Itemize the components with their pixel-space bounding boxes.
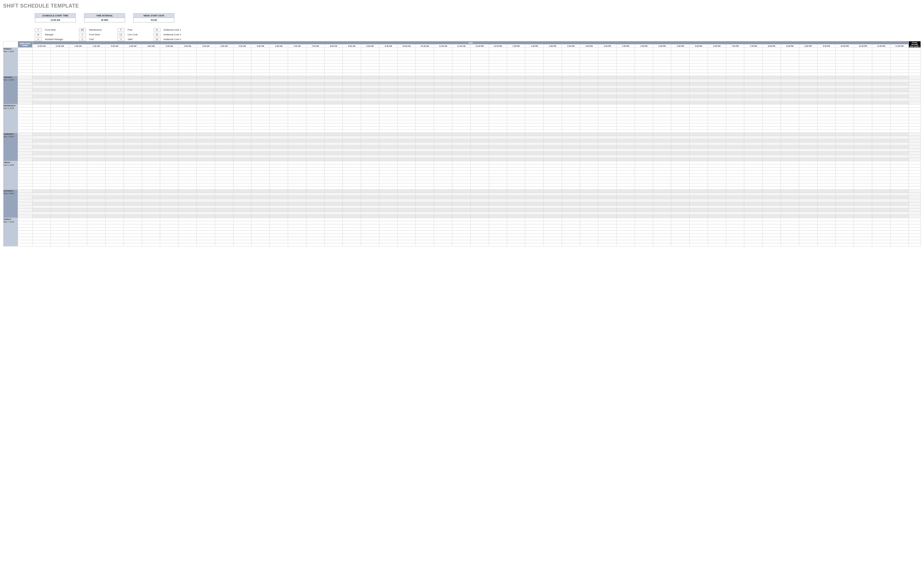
schedule-cell[interactable] bbox=[288, 114, 306, 117]
schedule-cell[interactable] bbox=[854, 117, 872, 120]
schedule-cell[interactable] bbox=[215, 145, 233, 149]
schedule-cell[interactable] bbox=[306, 105, 324, 108]
schedule-cell[interactable] bbox=[671, 136, 690, 139]
schedule-cell[interactable] bbox=[452, 234, 470, 237]
schedule-cell[interactable] bbox=[142, 60, 160, 63]
schedule-cell[interactable] bbox=[288, 76, 306, 79]
schedule-cell[interactable] bbox=[452, 108, 470, 111]
schedule-cell[interactable] bbox=[51, 48, 69, 51]
schedule-cell[interactable] bbox=[836, 196, 854, 199]
schedule-cell[interactable] bbox=[452, 202, 470, 205]
schedule-cell[interactable] bbox=[525, 205, 544, 209]
schedule-cell[interactable] bbox=[653, 174, 671, 177]
schedule-cell[interactable] bbox=[708, 123, 726, 127]
schedule-cell[interactable] bbox=[653, 180, 671, 183]
schedule-cell[interactable] bbox=[562, 164, 580, 167]
schedule-cell[interactable] bbox=[890, 209, 909, 212]
schedule-cell[interactable] bbox=[69, 108, 87, 111]
schedule-cell[interactable] bbox=[270, 111, 288, 114]
schedule-cell[interactable] bbox=[33, 218, 51, 221]
schedule-cell[interactable] bbox=[87, 57, 105, 60]
schedule-cell[interactable] bbox=[580, 243, 598, 247]
schedule-cell[interactable] bbox=[763, 67, 781, 70]
schedule-cell[interactable] bbox=[543, 164, 562, 167]
schedule-cell[interactable] bbox=[470, 130, 489, 133]
schedule-cell[interactable] bbox=[890, 202, 909, 205]
schedule-cell[interactable] bbox=[233, 161, 252, 164]
schedule-cell[interactable] bbox=[470, 240, 489, 243]
schedule-cell[interactable] bbox=[233, 117, 252, 120]
schedule-cell[interactable] bbox=[872, 98, 890, 101]
schedule-cell[interactable] bbox=[744, 180, 763, 183]
schedule-cell[interactable] bbox=[87, 215, 105, 218]
schedule-cell[interactable] bbox=[215, 224, 233, 227]
schedule-cell[interactable] bbox=[890, 51, 909, 54]
schedule-cell[interactable] bbox=[598, 180, 616, 183]
schedule-cell[interactable] bbox=[562, 136, 580, 139]
employee-cell[interactable] bbox=[18, 79, 33, 82]
schedule-cell[interactable] bbox=[215, 92, 233, 95]
schedule-cell[interactable] bbox=[543, 57, 562, 60]
schedule-cell[interactable] bbox=[142, 199, 160, 202]
schedule-cell[interactable] bbox=[123, 231, 142, 234]
schedule-cell[interactable] bbox=[489, 51, 507, 54]
schedule-cell[interactable] bbox=[470, 155, 489, 158]
schedule-cell[interactable] bbox=[252, 237, 270, 240]
schedule-cell[interactable] bbox=[270, 234, 288, 237]
schedule-cell[interactable] bbox=[452, 161, 470, 164]
schedule-cell[interactable] bbox=[178, 101, 197, 105]
schedule-cell[interactable] bbox=[690, 101, 708, 105]
schedule-cell[interactable] bbox=[416, 234, 434, 237]
schedule-cell[interactable] bbox=[270, 243, 288, 247]
schedule-cell[interactable] bbox=[817, 111, 836, 114]
schedule-cell[interactable] bbox=[690, 92, 708, 95]
schedule-cell[interactable] bbox=[489, 82, 507, 85]
schedule-cell[interactable] bbox=[288, 202, 306, 205]
schedule-cell[interactable] bbox=[580, 120, 598, 123]
schedule-cell[interactable] bbox=[306, 130, 324, 133]
schedule-cell[interactable] bbox=[854, 92, 872, 95]
schedule-cell[interactable] bbox=[580, 108, 598, 111]
schedule-cell[interactable] bbox=[598, 117, 616, 120]
schedule-cell[interactable] bbox=[233, 73, 252, 76]
schedule-cell[interactable] bbox=[726, 54, 744, 57]
schedule-cell[interactable] bbox=[215, 73, 233, 76]
schedule-cell[interactable] bbox=[288, 224, 306, 227]
schedule-cell[interactable] bbox=[215, 127, 233, 130]
schedule-cell[interactable] bbox=[543, 158, 562, 161]
schedule-cell[interactable] bbox=[854, 193, 872, 196]
schedule-cell[interactable] bbox=[470, 82, 489, 85]
employee-cell[interactable] bbox=[18, 205, 33, 209]
schedule-cell[interactable] bbox=[215, 117, 233, 120]
schedule-cell[interactable] bbox=[616, 101, 635, 105]
schedule-cell[interactable] bbox=[580, 136, 598, 139]
schedule-cell[interactable] bbox=[763, 240, 781, 243]
schedule-cell[interactable] bbox=[142, 243, 160, 247]
employee-cell[interactable] bbox=[18, 101, 33, 105]
schedule-cell[interactable] bbox=[343, 67, 361, 70]
schedule-cell[interactable] bbox=[671, 101, 690, 105]
schedule-cell[interactable] bbox=[708, 240, 726, 243]
schedule-cell[interactable] bbox=[123, 155, 142, 158]
schedule-cell[interactable] bbox=[215, 167, 233, 171]
schedule-cell[interactable] bbox=[69, 82, 87, 85]
schedule-cell[interactable] bbox=[160, 60, 178, 63]
schedule-cell[interactable] bbox=[416, 98, 434, 101]
schedule-cell[interactable] bbox=[361, 127, 380, 130]
schedule-cell[interactable] bbox=[160, 79, 178, 82]
schedule-cell[interactable] bbox=[343, 152, 361, 155]
schedule-cell[interactable] bbox=[836, 237, 854, 240]
schedule-cell[interactable] bbox=[489, 105, 507, 108]
schedule-cell[interactable] bbox=[836, 180, 854, 183]
schedule-cell[interactable] bbox=[434, 202, 452, 205]
schedule-cell[interactable] bbox=[434, 73, 452, 76]
schedule-cell[interactable] bbox=[33, 145, 51, 149]
schedule-cell[interactable] bbox=[398, 111, 416, 114]
schedule-cell[interactable] bbox=[123, 136, 142, 139]
schedule-cell[interactable] bbox=[215, 155, 233, 158]
schedule-cell[interactable] bbox=[598, 92, 616, 95]
schedule-cell[interactable] bbox=[690, 67, 708, 70]
schedule-cell[interactable] bbox=[817, 60, 836, 63]
schedule-cell[interactable] bbox=[543, 117, 562, 120]
schedule-cell[interactable] bbox=[525, 212, 544, 215]
